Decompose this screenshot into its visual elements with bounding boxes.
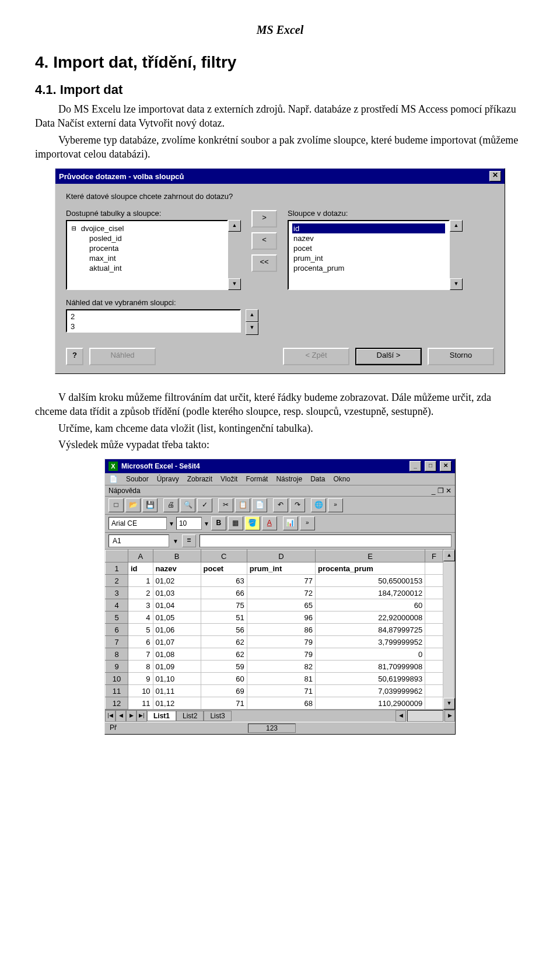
scroll-right-icon[interactable]: ▶ — [444, 710, 455, 722]
menu-item[interactable]: Formát — [246, 475, 268, 483]
scroll-down-icon[interactable]: ▼ — [450, 278, 463, 290]
cell[interactable]: 3 — [128, 599, 153, 611]
cell[interactable]: 62 — [201, 648, 247, 661]
cell[interactable]: 2 — [128, 587, 153, 599]
cell[interactable]: 01,07 — [153, 636, 201, 648]
sheet-tab-bar[interactable]: |◀ ◀ ▶ ▶| List1 List2 List3 ◀ ▶ — [105, 710, 455, 722]
next-button[interactable]: Další > — [355, 348, 422, 365]
col-header[interactable]: A — [128, 550, 153, 562]
cell[interactable] — [425, 673, 443, 685]
dropdown-icon[interactable]: ▼ — [204, 520, 209, 527]
back-button[interactable]: < Zpět — [283, 348, 349, 365]
borders-icon[interactable]: ▦ — [228, 516, 243, 530]
list-item[interactable]: pocet — [292, 243, 445, 253]
cell[interactable]: prum_int — [247, 562, 315, 575]
copy-icon[interactable]: 📋 — [235, 498, 250, 512]
toolbar-overflow-icon[interactable]: » — [300, 516, 315, 530]
row-header[interactable]: 8 — [106, 648, 128, 661]
close-icon[interactable]: ✕ — [440, 461, 452, 471]
row-header[interactable]: 11 — [106, 685, 128, 697]
spellcheck-icon[interactable]: ✓ — [197, 498, 212, 512]
cell[interactable]: 9 — [128, 673, 153, 685]
next-sheet-icon[interactable]: ▶ — [126, 710, 136, 722]
cell[interactable] — [425, 562, 443, 575]
cell[interactable] — [425, 575, 443, 587]
menu-item[interactable]: Okno — [333, 475, 350, 483]
cell[interactable] — [425, 611, 443, 624]
cell[interactable] — [425, 697, 443, 710]
last-sheet-icon[interactable]: ▶| — [136, 710, 147, 722]
list-item[interactable]: nazev — [292, 233, 445, 243]
cell[interactable]: nazev — [153, 562, 201, 575]
selected-listbox[interactable]: id nazev pocet prum_int procenta_prum — [288, 220, 450, 290]
col-header[interactable]: F — [425, 550, 443, 562]
cell[interactable]: 79 — [247, 636, 315, 648]
chart-icon[interactable]: 📊 — [283, 516, 298, 530]
cell[interactable]: 51 — [201, 611, 247, 624]
row-header[interactable]: 6 — [106, 624, 128, 636]
remove-column-button[interactable]: < — [251, 232, 277, 250]
first-sheet-icon[interactable]: |◀ — [105, 710, 116, 722]
row-header[interactable]: 9 — [106, 661, 128, 673]
maximize-icon[interactable]: □ — [425, 461, 436, 471]
cell[interactable]: 50,65000153 — [316, 575, 425, 587]
cell[interactable]: 60 — [201, 673, 247, 685]
cell[interactable]: 110,2900009 — [316, 697, 425, 710]
list-item[interactable]: max_int — [71, 253, 223, 263]
format-toolbar[interactable]: ▼ ▼ B ▦ 🪣 A 📊 » — [105, 515, 455, 533]
sheet-tab[interactable]: List3 — [204, 711, 231, 721]
row-header[interactable]: 2 — [106, 575, 128, 587]
cell[interactable]: 01,03 — [153, 587, 201, 599]
font-color-icon[interactable]: A — [262, 516, 277, 530]
cell[interactable]: pocet — [201, 562, 247, 575]
cell[interactable]: 96 — [247, 611, 315, 624]
dropdown-icon[interactable]: ▼ — [169, 520, 174, 527]
scrollbar[interactable]: ▲ ▼ — [450, 220, 463, 290]
cell[interactable]: id — [128, 562, 153, 575]
print-icon[interactable]: 🖨 — [163, 498, 178, 512]
cell[interactable]: 59 — [201, 661, 247, 673]
formula-input[interactable] — [200, 534, 452, 547]
list-item[interactable]: posled_id — [71, 233, 223, 243]
list-item[interactable]: prum_int — [292, 253, 445, 263]
col-header[interactable]: C — [201, 550, 247, 562]
scrollbar[interactable]: ▲ ▼ — [228, 220, 241, 290]
remove-all-button[interactable]: << — [251, 254, 277, 272]
list-item[interactable]: procenta — [71, 243, 223, 253]
row-header[interactable]: 7 — [106, 636, 128, 648]
dialog-titlebar[interactable]: Průvodce dotazem - volba sloupců ✕ — [55, 169, 505, 184]
font-name-input[interactable] — [108, 517, 167, 530]
row-header[interactable]: 3 — [106, 587, 128, 599]
scroll-up-icon[interactable]: ▲ — [450, 220, 463, 232]
name-box[interactable]: A1 — [108, 534, 169, 547]
row-header[interactable]: 10 — [106, 673, 128, 685]
cell[interactable]: 79 — [247, 648, 315, 661]
vertical-scrollbar[interactable]: ▲ ▼ — [443, 550, 454, 710]
cell[interactable]: 11 — [128, 697, 153, 710]
menu-help[interactable]: Nápověda — [108, 487, 141, 495]
cell[interactable]: 66 — [201, 587, 247, 599]
col-header[interactable]: B — [153, 550, 201, 562]
spin-up-icon[interactable]: ▲ — [246, 309, 258, 322]
cell[interactable] — [425, 661, 443, 673]
equals-button[interactable]: = — [182, 534, 196, 547]
doc-restore-icon[interactable]: ❐ — [438, 487, 444, 495]
available-listbox[interactable]: dvojice_cisel posled_id procenta max_int… — [66, 220, 228, 290]
cell[interactable]: 71 — [201, 697, 247, 710]
row-header[interactable]: 4 — [106, 599, 128, 611]
cell[interactable]: 3,799999952 — [316, 636, 425, 648]
standard-toolbar[interactable]: □ 📂 💾 🖨 🔍 ✓ ✂ 📋 📄 ↶ ↷ 🌐 » — [105, 497, 455, 515]
new-icon[interactable]: □ — [108, 498, 124, 512]
cell[interactable] — [425, 636, 443, 648]
cell[interactable]: 71 — [247, 685, 315, 697]
bold-icon[interactable]: B — [211, 516, 226, 530]
help-button[interactable]: ? — [66, 348, 83, 365]
cell[interactable] — [425, 648, 443, 661]
select-all-corner[interactable] — [106, 550, 128, 562]
scroll-up-icon[interactable]: ▲ — [228, 220, 241, 232]
cell[interactable]: 56 — [201, 624, 247, 636]
doc-close-icon[interactable]: ✕ — [446, 487, 452, 495]
preview-icon[interactable]: 🔍 — [180, 498, 195, 512]
scroll-left-icon[interactable]: ◀ — [396, 710, 406, 722]
scroll-down-icon[interactable]: ▼ — [228, 278, 241, 290]
